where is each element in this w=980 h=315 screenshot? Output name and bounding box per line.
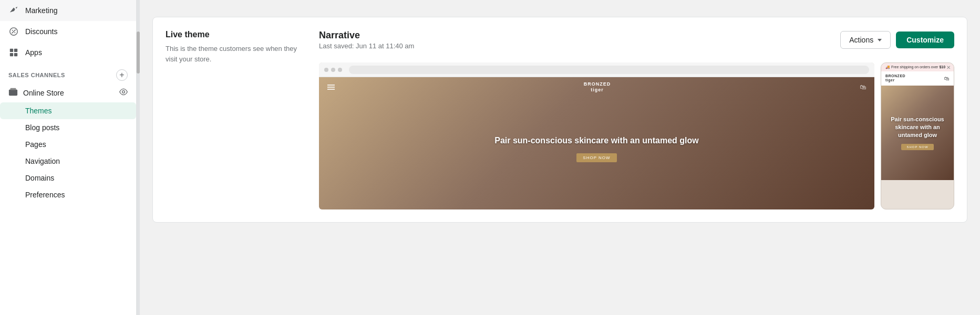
logo-line2: tiger — [584, 87, 611, 93]
themes-label: Themes — [25, 107, 52, 115]
store-logo: BRONZED tiger — [584, 81, 611, 93]
mobile-logo-line2: tiger — [885, 78, 905, 82]
customize-button[interactable]: Customize — [896, 32, 954, 48]
theme-header: Narrative Last saved: Jun 11 at 11:40 am… — [319, 30, 954, 50]
sub-nav-item-navigation[interactable]: Navigation — [0, 153, 136, 170]
svg-rect-9 — [11, 88, 16, 90]
actions-button[interactable]: Actions — [840, 31, 891, 49]
mobile-store-header: BRONZED tiger 🛍 — [881, 71, 954, 86]
mobile-banner: 🚚 Free shipping on orders over $10 ✕ — [881, 63, 954, 71]
customize-label: Customize — [906, 36, 944, 44]
sidebar-item-apps[interactable]: Apps — [0, 42, 136, 63]
svg-rect-7 — [14, 53, 17, 56]
sub-nav-item-domains[interactable]: Domains — [0, 170, 136, 186]
apps-icon — [8, 47, 19, 58]
desktop-shop-now: SHOP NOW — [576, 153, 616, 162]
online-store-icon — [8, 87, 18, 98]
browser-url-bar — [349, 66, 869, 74]
theme-title-group: Narrative Last saved: Jun 11 at 11:40 am — [319, 30, 414, 50]
theme-actions: Actions Customize — [840, 31, 954, 49]
svg-rect-8 — [9, 90, 17, 96]
live-theme-card: Live theme This is the theme customers s… — [152, 17, 967, 223]
svg-point-10 — [122, 91, 125, 93]
apps-label: Apps — [25, 48, 42, 57]
browser-dot-2 — [331, 68, 335, 72]
desktop-preview: BRONZED tiger 🛍 Pair sun-conscious skinc… — [319, 62, 874, 209]
live-theme-heading: Live theme — [166, 30, 302, 39]
mobile-preview: 🚚 Free shipping on orders over $10 ✕ BRO… — [881, 62, 954, 209]
sub-nav-item-preferences[interactable]: Preferences — [0, 186, 136, 203]
domains-label: Domains — [25, 174, 54, 182]
theme-name: Narrative — [319, 30, 414, 41]
main-content: Live theme This is the theme customers s… — [140, 0, 980, 315]
mobile-hero-text: Pair sun-conscious skincare with an unta… — [881, 116, 954, 140]
preferences-label: Preferences — [25, 191, 65, 199]
sub-nav-item-themes[interactable]: Themes — [0, 102, 136, 119]
mobile-logo-line1: BRONZED — [885, 74, 905, 78]
svg-point-3 — [14, 32, 15, 33]
sub-nav-item-blog-posts[interactable]: Blog posts — [0, 119, 136, 136]
sub-nav-item-pages[interactable]: Pages — [0, 136, 136, 153]
browser-bar — [319, 62, 874, 77]
actions-label: Actions — [849, 36, 873, 44]
chevron-down-icon — [878, 39, 882, 41]
close-icon: ✕ — [946, 65, 951, 70]
mobile-bag-icon: 🛍 — [944, 76, 950, 81]
online-store-label: Online Store — [23, 89, 114, 97]
add-sales-channel-button[interactable]: + — [116, 69, 128, 81]
marketing-label: Marketing — [25, 6, 57, 15]
mobile-store-logo: BRONZED tiger — [885, 74, 905, 83]
sales-channels-label: SALES CHANNELS — [8, 72, 65, 78]
svg-rect-4 — [10, 49, 13, 52]
theme-saved: Last saved: Jun 11 at 11:40 am — [319, 42, 414, 50]
logo-line1: BRONZED — [584, 81, 611, 87]
mobile-shop-now: SHOP NOW — [901, 144, 933, 150]
hamburger-icon — [327, 85, 335, 90]
theme-details: Narrative Last saved: Jun 11 at 11:40 am… — [319, 30, 954, 209]
sales-channels-section: SALES CHANNELS + — [0, 63, 136, 83]
navigation-label: Navigation — [25, 157, 60, 165]
desktop-preview-content: BRONZED tiger 🛍 Pair sun-conscious skinc… — [319, 77, 874, 209]
sidebar: Marketing Discounts Apps SALES CHANNELS … — [0, 0, 137, 315]
browser-dot-1 — [324, 68, 328, 72]
pages-label: Pages — [25, 140, 46, 149]
mobile-hero: Pair sun-conscious skincare with an unta… — [881, 86, 954, 180]
browser-dot-3 — [338, 68, 342, 72]
theme-preview: BRONZED tiger 🛍 Pair sun-conscious skinc… — [319, 62, 954, 209]
free-shipping-amount: $10 — [939, 65, 945, 69]
svg-point-2 — [12, 30, 13, 31]
eye-icon[interactable] — [119, 88, 128, 98]
desktop-hero-text: Pair sun-conscious skincare with an unta… — [484, 135, 709, 146]
svg-rect-6 — [10, 53, 13, 56]
discounts-label: Discounts — [25, 27, 57, 36]
live-theme-description: This is the theme customers see when the… — [166, 44, 302, 64]
svg-rect-5 — [14, 49, 17, 52]
sidebar-item-marketing[interactable]: Marketing — [0, 0, 136, 21]
free-shipping-text: 🚚 Free shipping on orders over $10 — [885, 65, 945, 69]
sidebar-item-online-store[interactable]: Online Store — [0, 83, 136, 102]
store-nav: BRONZED tiger 🛍 — [319, 81, 874, 93]
live-theme-info: Live theme This is the theme customers s… — [166, 30, 302, 64]
marketing-icon — [8, 5, 19, 16]
bag-icon: 🛍 — [860, 83, 866, 91]
sidebar-item-discounts[interactable]: Discounts — [0, 21, 136, 42]
blog-posts-label: Blog posts — [25, 123, 59, 132]
discounts-icon — [8, 26, 19, 37]
